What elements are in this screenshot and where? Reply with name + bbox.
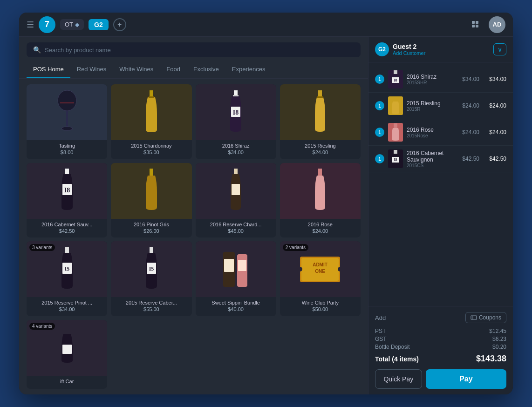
cart-item-unit: $24.00: [462, 102, 479, 109]
product-card-cabernet[interactable]: I8 2016 Cabernet Sauv... $42.50: [27, 163, 107, 238]
total-value: $143.38: [476, 354, 506, 364]
svg-text:ADMIT: ADMIT: [313, 262, 328, 267]
svg-rect-13: [233, 95, 239, 96]
customer-name: Guest 2: [393, 43, 490, 50]
grid-icon[interactable]: [467, 16, 484, 33]
svg-text:ONE: ONE: [315, 269, 326, 274]
tab-exclusive[interactable]: Exclusive: [187, 61, 225, 78]
tab-ot[interactable]: OT ◆: [60, 19, 84, 30]
total-row: Total (4 items) $143.38: [375, 354, 506, 364]
variant-badge: 2 variants: [283, 244, 308, 251]
product-name: 2015 Reserve Caber...: [115, 300, 188, 305]
add-label: Add: [375, 314, 386, 321]
payment-buttons: Quick Pay Pay: [375, 369, 506, 389]
cart-dropdown-button[interactable]: ∨: [493, 43, 506, 55]
search-bar: 🔍: [27, 42, 361, 57]
product-card-reserve-chard[interactable]: 2016 Reserve Chard... $45.00: [196, 163, 276, 238]
product-card-riesling[interactable]: 2015 Riesling $24.00: [280, 84, 361, 159]
bottle-deposit-value: $0.20: [492, 344, 506, 350]
product-card-pinot-gris[interactable]: 2016 Pinot Gris $26.00: [111, 163, 191, 238]
cart-item[interactable]: 1 2016 Rose 2015Rose $24.00 $24.00: [368, 119, 513, 146]
product-price: $35.00: [115, 149, 188, 155]
cart-item-unit: $24.00: [462, 129, 479, 136]
product-card-wine-club[interactable]: 2 variants ADMIT ONE Wine Club Party: [280, 241, 361, 316]
coupon-icon: [471, 314, 477, 321]
cart-header: G2 Guest 2 Add Customer ∨: [368, 37, 513, 62]
svg-text:I5: I5: [149, 265, 154, 272]
cart-item-unit: $42.50: [462, 156, 479, 162]
add-tab-button[interactable]: +: [113, 18, 126, 31]
cart-item-total: $42.50: [483, 156, 506, 162]
product-name: 2015 Chardonnay: [115, 143, 188, 149]
gst-label: GST: [375, 336, 387, 342]
product-name: 2016 Cabernet Sauv...: [30, 222, 103, 227]
product-price: $24.00: [284, 149, 357, 155]
cart-item-qty: 1: [375, 75, 384, 84]
product-card-reserve-pinot[interactable]: 3 variants I5 2015 Reserve Pinot ... $34…: [27, 241, 107, 316]
tab-food[interactable]: Food: [160, 61, 187, 78]
product-card-chardonnay[interactable]: 2015 Chardonnay $35.00: [111, 84, 191, 159]
product-card-bundle[interactable]: Sweet Sippin' Bundle $40.00: [196, 241, 276, 316]
product-name: 2016 Shiraz: [199, 143, 273, 149]
product-card-rose[interactable]: 2016 Rose $24.00: [280, 163, 361, 238]
cart-item-qty: 1: [375, 128, 384, 137]
product-card-gift-card[interactable]: 4 variants ift Car: [27, 320, 107, 389]
product-price: $40.00: [199, 306, 273, 312]
product-card-shiraz[interactable]: I8 2016 Shiraz $34.00: [196, 84, 276, 159]
cart-item-total: $24.00: [483, 129, 506, 136]
product-price: $50.00: [284, 306, 357, 312]
svg-rect-16: [65, 169, 69, 174]
coupons-button[interactable]: Coupons: [465, 312, 506, 323]
cart-item[interactable]: 1 2015 Riesling 2015R $24.00 $24.00: [368, 93, 513, 119]
tab-white-wines[interactable]: White Wines: [113, 61, 160, 78]
svg-rect-32: [238, 260, 246, 271]
svg-rect-19: [150, 169, 153, 176]
svg-text:I8: I8: [394, 78, 397, 82]
diamond-icon: ◆: [75, 21, 79, 28]
svg-rect-1: [476, 21, 478, 24]
product-card-reserve-caber[interactable]: I5 2015 Reserve Caber... $55.00: [111, 241, 191, 316]
product-card-tasting[interactable]: Tasting $8.00: [27, 84, 107, 159]
product-name: 2015 Reserve Pinot ...: [30, 300, 103, 305]
tax-rows: PST $12.45 GST $6.23 Bottle Deposit $0.2…: [375, 328, 506, 350]
avatar[interactable]: AD: [489, 16, 505, 33]
gst-row: GST $6.23: [375, 336, 506, 342]
svg-rect-43: [394, 97, 397, 102]
tab-pos-home[interactable]: POS Home: [27, 61, 70, 78]
cart-customer-info: Guest 2 Add Customer: [393, 43, 490, 56]
cart-item-unit: $34.00: [462, 76, 479, 82]
right-panel: G2 Guest 2 Add Customer ∨ 1: [368, 37, 513, 394]
svg-point-6: [61, 127, 73, 130]
product-name: Wine Club Party: [284, 300, 357, 305]
customer-badge: G2: [375, 42, 389, 56]
svg-rect-3: [476, 25, 478, 27]
app-container: ☰ 7 OT ◆ G2 + AD 🔍: [19, 13, 513, 394]
hamburger-icon[interactable]: ☰: [27, 20, 34, 30]
svg-rect-45: [394, 150, 397, 154]
svg-rect-26: [150, 247, 153, 253]
tab-experiences[interactable]: Experiences: [225, 61, 272, 78]
tab-g2[interactable]: G2: [89, 19, 109, 30]
variant-badge: 3 variants: [29, 244, 55, 251]
svg-rect-0: [472, 21, 475, 24]
product-price: $34.00: [199, 149, 273, 155]
add-customer-link[interactable]: Add Customer: [393, 50, 490, 56]
main-layout: 🔍 POS Home Red Wines White Wines Food Ex…: [19, 37, 513, 394]
svg-rect-15: [317, 96, 323, 98]
bottle-deposit-label: Bottle Deposit: [375, 344, 410, 350]
product-price: $26.00: [115, 228, 188, 234]
pay-button[interactable]: Pay: [426, 369, 506, 389]
pst-value: $12.45: [489, 328, 506, 334]
svg-rect-40: [394, 70, 397, 74]
quick-pay-button[interactable]: Quick Pay: [375, 369, 422, 389]
svg-rect-39: [62, 345, 72, 354]
tab-red-wines[interactable]: Red Wines: [70, 61, 113, 78]
cart-item-details: 2016 Shiraz 2015SHR: [407, 74, 458, 85]
product-name: Tasting: [30, 143, 103, 149]
product-name: 2015 Riesling: [284, 143, 357, 149]
product-price: $34.00: [30, 306, 103, 312]
search-input[interactable]: [45, 47, 354, 54]
product-price: $8.00: [30, 149, 103, 155]
cart-item[interactable]: 1 I8 2016 Cabernet Sauvignon 2015CS $: [368, 146, 513, 172]
cart-item[interactable]: 1 I8 2016 Shiraz 2015SHR $34.00: [368, 66, 513, 93]
